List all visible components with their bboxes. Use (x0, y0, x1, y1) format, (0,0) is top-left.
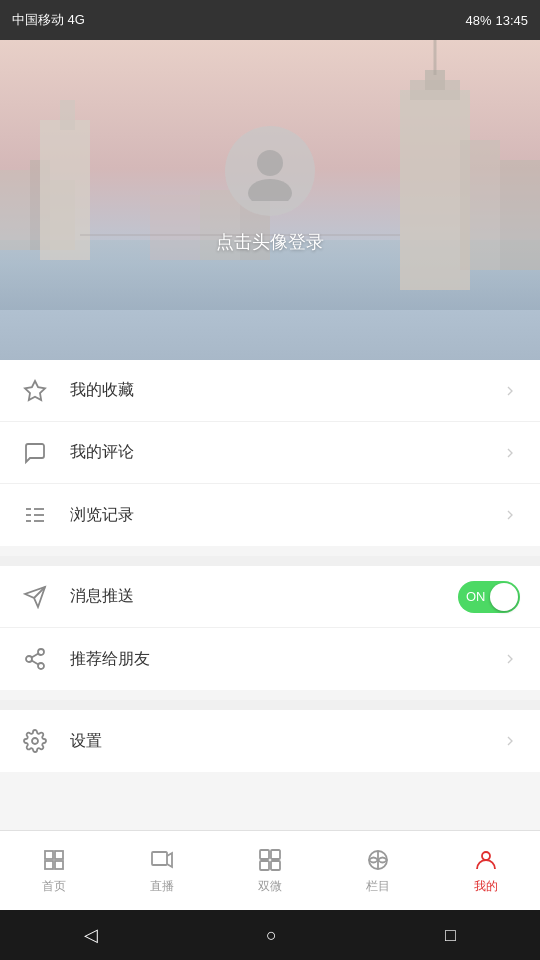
menu-item-notification[interactable]: 消息推送 ON (0, 566, 540, 628)
svg-rect-36 (55, 851, 63, 859)
menu-section-1: 我的收藏 我的评论 浏览记录 (0, 360, 540, 546)
svg-rect-42 (271, 861, 280, 870)
svg-rect-40 (271, 850, 280, 859)
menu-item-settings[interactable]: 设置 (0, 710, 540, 772)
svg-line-32 (32, 654, 39, 658)
nav-item-mine[interactable]: 我的 (432, 831, 540, 910)
svg-point-18 (248, 179, 292, 201)
favorites-label: 我的收藏 (70, 380, 500, 401)
comment-icon (20, 438, 50, 468)
gear-icon (20, 726, 50, 756)
dual-nav-label: 双微 (258, 878, 282, 895)
favorites-arrow (500, 381, 520, 401)
home-nav-label: 首页 (42, 878, 66, 895)
svg-rect-37 (55, 861, 63, 869)
svg-point-45 (482, 852, 490, 860)
svg-point-30 (38, 663, 44, 669)
time-text: 13:45 (495, 13, 528, 28)
svg-rect-5 (40, 120, 90, 260)
divider-1 (0, 556, 540, 566)
settings-label: 设置 (70, 731, 500, 752)
home-button[interactable]: ○ (266, 925, 277, 946)
svg-rect-38 (152, 852, 167, 865)
live-nav-icon (148, 846, 176, 874)
nav-item-columns[interactable]: 栏目 (324, 831, 432, 910)
svg-rect-41 (260, 861, 269, 870)
svg-rect-35 (45, 861, 53, 869)
history-label: 浏览记录 (70, 505, 500, 526)
live-nav-label: 直播 (150, 878, 174, 895)
list-icon (20, 500, 50, 530)
menu-section-2: 消息推送 ON 推荐给朋友 (0, 566, 540, 690)
recommend-label: 推荐给朋友 (70, 649, 500, 670)
avatar-icon (240, 141, 300, 201)
divider-2 (0, 700, 540, 710)
svg-rect-39 (260, 850, 269, 859)
settings-arrow (500, 731, 520, 751)
share-icon (20, 644, 50, 674)
battery-text: 48% (465, 13, 491, 28)
svg-line-31 (32, 661, 39, 665)
back-button[interactable]: ◁ (84, 924, 98, 946)
menu-item-history[interactable]: 浏览记录 (0, 484, 540, 546)
svg-point-28 (38, 649, 44, 655)
svg-rect-6 (60, 100, 75, 130)
svg-point-17 (257, 150, 283, 176)
svg-marker-19 (25, 381, 45, 400)
comments-label: 我的评论 (70, 442, 500, 463)
status-bar: 中国移动 4G 48% 13:45 (0, 0, 540, 40)
nav-item-home[interactable]: 首页 (0, 831, 108, 910)
svg-point-33 (32, 738, 38, 744)
mine-nav-label: 我的 (474, 878, 498, 895)
star-icon (20, 376, 50, 406)
carrier-text: 中国移动 4G (12, 11, 85, 29)
menu-item-favorites[interactable]: 我的收藏 (0, 360, 540, 422)
bottom-nav: 首页 直播 双微 (0, 830, 540, 910)
dual-nav-icon (256, 846, 284, 874)
send-icon (20, 582, 50, 612)
toggle-on-label: ON (466, 589, 486, 604)
status-right: 48% 13:45 (465, 13, 528, 28)
comments-arrow (500, 443, 520, 463)
mine-nav-icon (472, 846, 500, 874)
menu-item-recommend[interactable]: 推荐给朋友 (0, 628, 540, 690)
hero-section[interactable]: 点击头像登录 (0, 40, 540, 360)
login-text: 点击头像登录 (216, 230, 324, 254)
nav-item-dual[interactable]: 双微 (216, 831, 324, 910)
home-nav-icon (40, 846, 68, 874)
nav-item-live[interactable]: 直播 (108, 831, 216, 910)
history-arrow (500, 505, 520, 525)
menu-item-comments[interactable]: 我的评论 (0, 422, 540, 484)
recommend-arrow (500, 649, 520, 669)
toggle-knob (490, 583, 518, 611)
menu-section-3: 设置 (0, 710, 540, 772)
android-nav: ◁ ○ □ (0, 910, 540, 960)
svg-rect-34 (45, 851, 53, 859)
avatar[interactable] (225, 126, 315, 216)
svg-rect-15 (500, 160, 540, 270)
columns-nav-label: 栏目 (366, 878, 390, 895)
svg-point-29 (26, 656, 32, 662)
svg-rect-7 (400, 90, 470, 290)
svg-rect-14 (460, 140, 500, 270)
columns-nav-icon (364, 846, 392, 874)
avatar-container[interactable]: 点击头像登录 (216, 126, 324, 254)
svg-rect-13 (150, 195, 200, 260)
svg-rect-2 (0, 170, 30, 250)
recent-button[interactable]: □ (445, 925, 456, 946)
notification-label: 消息推送 (70, 586, 458, 607)
notification-toggle[interactable]: ON (458, 581, 520, 613)
